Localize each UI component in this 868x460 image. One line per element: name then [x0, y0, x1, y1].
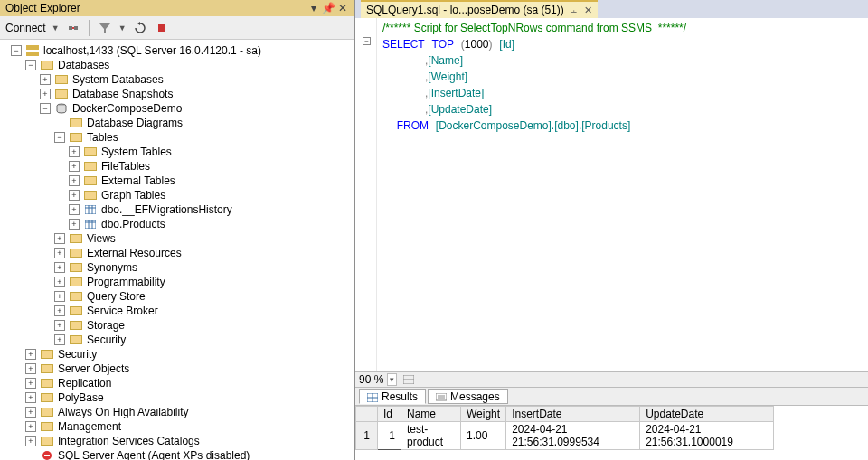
expand-icon[interactable]: + — [40, 74, 51, 85]
expand-icon[interactable]: + — [54, 248, 65, 258]
expand-icon[interactable]: + — [25, 436, 36, 446]
cell-name[interactable]: test-product — [401, 422, 461, 450]
tree-ef-migrations[interactable]: +dbo.__EFMigrationsHistory — [0, 202, 354, 217]
expand-icon[interactable]: + — [25, 349, 36, 360]
sql-code[interactable]: /****** Script for SelectTopNRows comman… — [382, 20, 868, 134]
row-num: 1 — [356, 422, 378, 450]
folder-icon — [69, 117, 83, 129]
expand-icon[interactable]: + — [69, 161, 80, 172]
tree-external-tables[interactable]: +External Tables — [0, 174, 354, 188]
expand-icon[interactable]: + — [54, 334, 65, 345]
results-table[interactable]: Id Name Weight InsertDate UpdateDate 1 1… — [355, 406, 774, 450]
tree-products[interactable]: +dbo.Products — [0, 217, 354, 231]
fold-icon[interactable]: − — [363, 37, 371, 45]
table-row[interactable]: 1 1 test-product 1.00 2024-04-21 21:56:3… — [356, 422, 774, 450]
tree-always-on[interactable]: +Always On High Availability — [0, 405, 354, 419]
expand-icon[interactable]: + — [69, 146, 80, 157]
expand-icon[interactable]: + — [25, 363, 36, 374]
folder-icon — [69, 276, 83, 288]
tree-graph-tables[interactable]: +Graph Tables — [0, 188, 354, 202]
col-header[interactable]: Id — [378, 407, 401, 422]
tab-results[interactable]: Results — [359, 389, 426, 404]
tree-server[interactable]: −localhost,1433 (SQL Server 16.0.4120.1 … — [0, 43, 354, 58]
close-icon[interactable]: ✕ — [336, 2, 349, 14]
tree-system-databases[interactable]: +System Databases — [0, 72, 354, 87]
tab-sqlquery[interactable]: SQLQuery1.sql - lo...poseDemo (sa (51)) … — [361, 0, 598, 18]
tree-replication[interactable]: +Replication — [0, 376, 354, 390]
expand-icon[interactable]: + — [54, 305, 65, 316]
collapse-icon[interactable]: − — [40, 103, 51, 114]
cell-id[interactable]: 1 — [378, 422, 401, 450]
tree-label: Security — [87, 333, 126, 346]
connect-button[interactable]: Connect — [5, 22, 46, 34]
tree-tables[interactable]: −Tables — [0, 130, 354, 145]
expand-icon[interactable]: + — [54, 291, 65, 302]
expand-icon[interactable]: + — [25, 378, 36, 389]
tree-service-broker[interactable]: +Service Broker — [0, 304, 354, 318]
sql-editor[interactable]: − /****** Script for SelectTopNRows comm… — [355, 18, 868, 371]
stop-icon[interactable] — [154, 20, 170, 36]
tree-integration-services[interactable]: +Integration Services Catalogs — [0, 434, 354, 448]
tree-management[interactable]: +Management — [0, 419, 354, 434]
connect-dropdown-icon[interactable]: ▼ — [52, 23, 60, 33]
split-icon[interactable] — [401, 371, 417, 388]
filter-icon[interactable] — [97, 20, 113, 36]
tree-programmability[interactable]: +Programmability — [0, 275, 354, 289]
expand-icon[interactable]: + — [69, 204, 80, 215]
tree-security[interactable]: +Security — [0, 347, 354, 361]
tree-db-security[interactable]: +Security — [0, 333, 354, 347]
expand-icon[interactable]: + — [69, 190, 80, 201]
tree-polybase[interactable]: +PolyBase — [0, 390, 354, 405]
pin-icon[interactable]: 📌 — [322, 2, 335, 14]
expand-icon[interactable]: + — [54, 262, 65, 273]
tree-synonyms[interactable]: +Synonyms — [0, 260, 354, 275]
tree-system-tables[interactable]: +System Tables — [0, 145, 354, 159]
expand-icon[interactable]: + — [69, 175, 80, 186]
disconnect-icon[interactable] — [65, 20, 81, 36]
tree-storage[interactable]: +Storage — [0, 318, 354, 333]
tree-databases[interactable]: −Databases — [0, 58, 354, 72]
database-icon — [54, 102, 69, 115]
svg-rect-6 — [26, 45, 39, 50]
expand-icon[interactable]: + — [54, 233, 65, 244]
tab-messages[interactable]: Messages — [428, 389, 508, 404]
cell-insert-date[interactable]: 2024-04-21 21:56:31.0999534 — [506, 422, 640, 450]
svg-rect-9 — [85, 205, 96, 214]
cell-weight[interactable]: 1.00 — [461, 422, 506, 450]
col-header[interactable]: InsertDate — [506, 407, 640, 422]
tree-external-resources[interactable]: +External Resources — [0, 246, 354, 260]
tree-view[interactable]: −localhost,1433 (SQL Server 16.0.4120.1 … — [0, 40, 354, 460]
tree-label: External Tables — [101, 174, 175, 187]
expand-icon[interactable]: + — [25, 392, 36, 403]
col-header[interactable]: Name — [401, 407, 461, 422]
filter-dropdown-icon[interactable]: ▼ — [118, 23, 127, 33]
results-grid[interactable]: Id Name Weight InsertDate UpdateDate 1 1… — [355, 406, 868, 460]
cell-update-date[interactable]: 2024-04-21 21:56:31.1000019 — [640, 422, 774, 450]
refresh-icon[interactable] — [132, 20, 148, 36]
dropdown-icon[interactable]: ▾ — [307, 2, 320, 14]
col-header[interactable]: Weight — [461, 407, 506, 422]
collapse-icon[interactable]: − — [11, 45, 22, 56]
collapse-icon[interactable]: − — [25, 60, 36, 70]
close-icon[interactable]: ✕ — [584, 5, 592, 16]
tree-server-objects[interactable]: +Server Objects — [0, 361, 354, 376]
expand-icon[interactable]: + — [40, 89, 51, 99]
expand-icon[interactable]: + — [54, 320, 65, 331]
zoom-dropdown-icon[interactable]: ▾ — [387, 373, 397, 386]
tree-database-diagrams[interactable]: Database Diagrams — [0, 116, 354, 130]
col-header[interactable]: UpdateDate — [640, 407, 774, 422]
collapse-icon[interactable]: − — [54, 132, 65, 143]
tree-query-store[interactable]: +Query Store — [0, 289, 354, 304]
expand-icon[interactable]: + — [69, 219, 80, 230]
tree-database-snapshots[interactable]: +Database Snapshots — [0, 87, 354, 101]
top-n: 1000 — [465, 38, 489, 51]
pin-icon[interactable]: ⫠ — [570, 5, 579, 15]
expand-icon[interactable]: + — [25, 407, 36, 418]
tree-docker-compose-demo[interactable]: −DockerComposeDemo — [0, 101, 354, 116]
tree-file-tables[interactable]: +FileTables — [0, 159, 354, 174]
folder-icon — [54, 73, 69, 86]
expand-icon[interactable]: + — [54, 277, 65, 287]
tree-views[interactable]: +Views — [0, 231, 354, 246]
expand-icon[interactable]: + — [25, 421, 36, 432]
tree-sql-server-agent[interactable]: SQL Server Agent (Agent XPs disabled) — [0, 448, 354, 460]
